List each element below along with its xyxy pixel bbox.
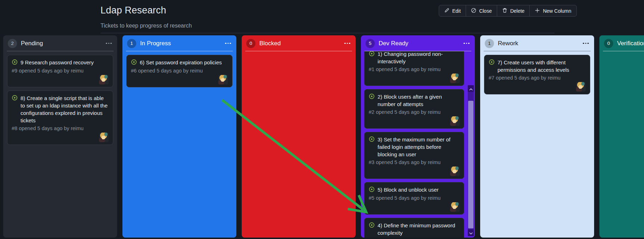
issue-open-icon — [489, 59, 495, 74]
issue-open-icon — [369, 222, 375, 237]
column-dev-ready: 5 Dev Ready 1) Changing password non-int… — [361, 35, 475, 238]
board: 2 Pending 9 Research password recovery #… — [3, 35, 644, 238]
issue-open-icon — [12, 95, 18, 124]
card-title: 8) Create a single script that is able t… — [21, 94, 109, 124]
column-count-badge: 0 — [246, 39, 255, 48]
column-count-badge: 1 — [485, 39, 494, 48]
close-button[interactable]: Close — [466, 5, 497, 16]
column-in-progress: 1 In Progress 6) Set password expiration… — [122, 35, 236, 238]
card-title: 4) Define the minimum password complexit… — [378, 222, 460, 237]
issue-card[interactable]: 5) Block and unblock user #5 opened 5 da… — [364, 182, 464, 215]
card-meta: #9 opened 5 days ago by reimu — [12, 67, 109, 74]
avatar[interactable] — [450, 116, 460, 126]
column-cards: 9 Research password recovery #9 opened 5… — [3, 51, 117, 238]
avatar[interactable] — [99, 75, 109, 84]
issue-card[interactable]: 6) Set password expiration policies #6 o… — [126, 55, 232, 87]
column-menu-button[interactable] — [224, 41, 232, 46]
card-meta: #3 opened 5 days ago by reimu — [369, 159, 460, 166]
column-header: 5 Dev Ready — [361, 35, 475, 51]
avatar[interactable] — [450, 202, 460, 212]
card-title: 9 Research password recovery — [21, 59, 94, 66]
column-pending: 2 Pending 9 Research password recovery #… — [3, 35, 117, 238]
column-menu-button[interactable] — [105, 41, 113, 46]
column-cards — [242, 51, 356, 238]
issue-open-icon — [369, 136, 375, 158]
issue-card[interactable]: 3) Set the maximum number of failed logi… — [364, 132, 464, 179]
edit-button-label: Edit — [452, 8, 461, 14]
avatar[interactable] — [99, 133, 109, 142]
column-title: Pending — [21, 40, 43, 47]
column-cards: 6) Set password expiration policies #6 o… — [122, 51, 236, 238]
column-count-badge: 0 — [604, 39, 613, 48]
card-title: 2) Block users after a given number of a… — [378, 93, 460, 108]
chevron-up-icon — [469, 86, 473, 92]
issue-card[interactable]: 1) Changing password non-interactively #… — [364, 51, 464, 86]
column-header: 0 Verification — [599, 35, 644, 51]
column-cards: 7) Create users with different permissio… — [480, 51, 594, 238]
issue-open-icon — [369, 51, 375, 65]
scrollbar-thumb[interactable] — [468, 101, 473, 228]
card-title: 6) Set password expiration policies — [140, 59, 222, 66]
pencil-icon — [444, 8, 449, 14]
header-divider — [100, 33, 554, 33]
scroll-up-button[interactable] — [468, 85, 474, 92]
close-button-label: Close — [479, 8, 492, 14]
column-cards: 1) Changing password non-interactively #… — [361, 51, 475, 238]
card-meta: #6 opened 5 days ago by reimu — [131, 67, 228, 74]
card-meta: #4 opened 5 days ago by reimu — [369, 237, 460, 238]
column-count-badge: 2 — [8, 39, 17, 48]
column-title: Verification — [617, 40, 644, 47]
issue-card[interactable]: 9 Research password recovery #9 opened 5… — [7, 55, 113, 87]
chevron-down-icon — [469, 230, 473, 236]
new-column-button-label: New Column — [543, 8, 571, 14]
column-header: 2 Pending — [3, 35, 117, 51]
plus-icon — [535, 8, 540, 14]
card-title: 7) Create users with different permissio… — [498, 59, 586, 74]
avatar[interactable] — [450, 167, 460, 176]
edit-button[interactable]: Edit — [439, 5, 466, 16]
project-board-page: { "page": { "title": "Ldap Research", "s… — [0, 0, 644, 239]
column-menu-button[interactable] — [582, 41, 590, 46]
column-blocked: 0 Blocked — [242, 35, 356, 238]
issue-card[interactable]: 4) Define the minimum password complexit… — [364, 218, 464, 238]
card-title: 3) Set the maximum number of failed logi… — [378, 136, 460, 158]
board-toolbar: Edit Close Delete New Column — [439, 5, 577, 17]
card-meta: #7 opened 5 days ago by reimu — [489, 74, 586, 81]
column-count-badge: 5 — [366, 39, 375, 48]
issue-open-icon — [369, 186, 375, 194]
column-title: In Progress — [140, 40, 171, 47]
issue-open-icon — [12, 59, 18, 66]
delete-button-label: Delete — [510, 8, 524, 14]
column-title: Blocked — [259, 40, 281, 47]
card-meta: #5 opened 5 days ago by reimu — [369, 194, 460, 202]
column-rework: 1 Rework 7) Create users with different … — [480, 35, 594, 238]
issue-open-icon — [369, 93, 375, 108]
scroll-down-button[interactable] — [468, 229, 474, 236]
issue-card[interactable]: 2) Block users after a given number of a… — [364, 89, 464, 129]
trash-icon — [502, 8, 507, 14]
card-title: 5) Block and unblock user — [378, 186, 439, 194]
column-menu-button[interactable] — [463, 41, 470, 46]
card-meta: #1 opened 5 days ago by reimu — [369, 66, 460, 73]
column-verification: 0 Verification — [599, 35, 644, 238]
column-title: Dev Ready — [379, 40, 408, 47]
column-header: 1 In Progress — [122, 35, 236, 51]
avatar[interactable] — [450, 74, 460, 83]
column-scrollbar[interactable] — [468, 85, 474, 236]
issue-card[interactable]: 8) Create a single script that is able t… — [7, 91, 113, 145]
avatar[interactable] — [576, 82, 586, 92]
card-meta: #8 opened 5 days ago by reimu — [12, 125, 109, 132]
column-header: 0 Blocked — [242, 35, 356, 51]
issue-card[interactable]: 7) Create users with different permissio… — [484, 55, 590, 94]
column-title: Rework — [498, 40, 518, 47]
column-menu-button[interactable] — [344, 41, 351, 46]
page-subtitle: Tickets to keep progress of research — [100, 23, 192, 29]
column-header: 1 Rework — [480, 35, 594, 51]
card-title: 1) Changing password non-interactively — [378, 51, 460, 65]
circle-slash-icon — [471, 8, 476, 14]
delete-button[interactable]: Delete — [497, 5, 529, 16]
column-cards — [599, 51, 644, 238]
new-column-button[interactable]: New Column — [529, 5, 576, 16]
issue-open-icon — [131, 59, 137, 66]
avatar[interactable] — [218, 75, 228, 84]
